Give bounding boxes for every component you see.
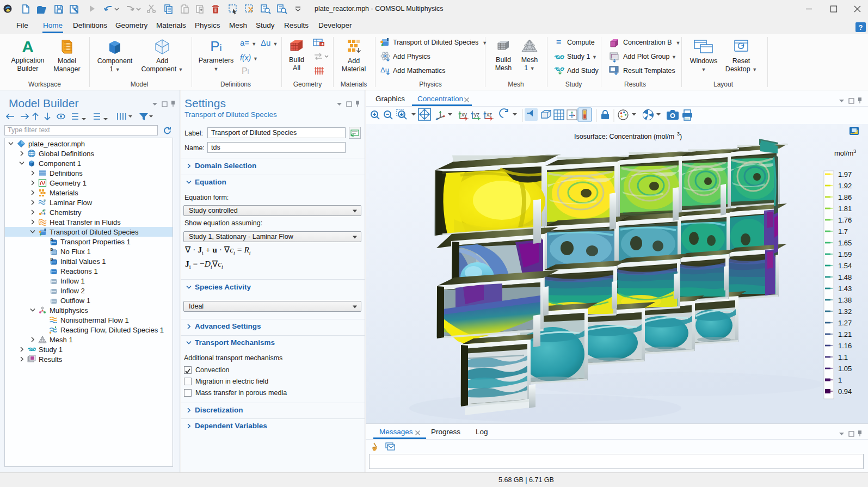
svg-text:1.43: 1.43 — [838, 285, 852, 293]
svg-text:D: D — [51, 248, 53, 251]
svg-text:1.27: 1.27 — [838, 319, 852, 327]
svg-text:D: D — [51, 257, 53, 261]
svg-text:1.7: 1.7 — [838, 227, 848, 236]
svg-text:mol/m: mol/m — [834, 149, 853, 157]
svg-text:3: 3 — [853, 148, 856, 154]
svg-text:Isosurface: Concentration (mol: Isosurface: Concentration (mol/m — [574, 133, 674, 140]
svg-text:1.32: 1.32 — [838, 307, 852, 316]
svg-text:yz: yz — [474, 112, 479, 118]
svg-text:1.59: 1.59 — [838, 250, 852, 258]
svg-text:xy: xy — [461, 112, 467, 118]
svg-text:D: D — [51, 238, 53, 242]
svg-text:1.92: 1.92 — [838, 182, 852, 190]
svg-text:1.21: 1.21 — [838, 330, 852, 338]
svg-text:1: 1 — [838, 376, 842, 384]
svg-text:1.81: 1.81 — [838, 205, 852, 213]
svg-text:1.65: 1.65 — [838, 239, 852, 247]
svg-text:xz: xz — [487, 112, 492, 118]
svg-text:1.48: 1.48 — [838, 273, 852, 281]
svg-text:1.54: 1.54 — [838, 262, 852, 270]
svg-text:0.94: 0.94 — [838, 387, 852, 396]
svg-text:): ) — [680, 133, 682, 140]
svg-text:1.16: 1.16 — [838, 342, 852, 350]
svg-text:1.38: 1.38 — [838, 296, 852, 304]
svg-text:1.86: 1.86 — [838, 193, 852, 201]
svg-text:1.76: 1.76 — [838, 216, 852, 224]
svg-text:1.1: 1.1 — [838, 353, 848, 361]
svg-text:1.97: 1.97 — [838, 170, 852, 178]
svg-text:1.05: 1.05 — [838, 365, 852, 373]
